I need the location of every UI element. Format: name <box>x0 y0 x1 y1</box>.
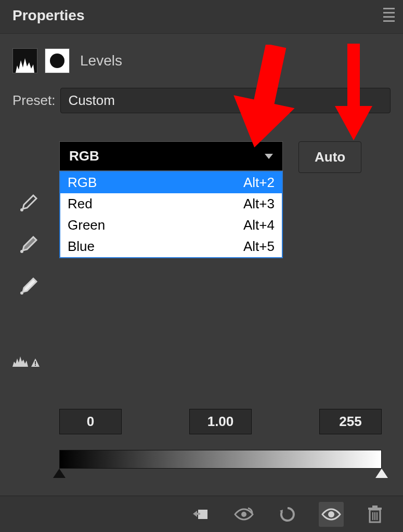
svg-rect-9 <box>368 508 382 510</box>
output-black-slider[interactable] <box>53 469 66 478</box>
clip-to-layer-icon[interactable] <box>188 502 213 527</box>
auto-button-label: Auto <box>315 149 345 165</box>
channel-option-rgb[interactable]: RGB Alt+2 <box>60 172 282 193</box>
input-white-field[interactable]: 255 <box>319 409 382 434</box>
channel-option-label: Blue <box>68 238 95 255</box>
channel-option-list: RGB Alt+2 Red Alt+3 Green Alt+4 Blue Alt… <box>59 171 283 258</box>
input-levels-row: 0 1.00 255 <box>59 409 382 434</box>
histogram-warning-icon[interactable] <box>11 349 43 372</box>
input-slider-track[interactable] <box>59 300 382 311</box>
channel-dropdown[interactable]: RGB RGB Alt+2 Red Alt+3 Green Alt+4 <box>59 141 283 258</box>
svg-point-0 <box>20 208 23 211</box>
black-point-slider[interactable] <box>53 300 66 309</box>
svg-point-7 <box>328 511 334 517</box>
channel-option-shortcut: Alt+4 <box>243 217 275 233</box>
panel-footer <box>0 496 403 532</box>
output-slider-track[interactable] <box>59 469 382 480</box>
channel-selected-label: RGB <box>69 148 99 164</box>
svg-rect-3 <box>35 361 36 364</box>
channel-option-label: Red <box>68 196 93 212</box>
visibility-icon[interactable] <box>319 502 344 527</box>
channel-option-blue[interactable]: Blue Alt+5 <box>60 236 282 257</box>
panel-title: Properties <box>12 7 391 24</box>
preset-label: Preset: <box>12 92 55 109</box>
adjustment-label: Levels <box>80 52 122 69</box>
svg-point-6 <box>241 512 246 517</box>
channel-auto-row: RGB RGB Alt+2 Red Alt+3 Green Alt+4 <box>59 141 391 258</box>
black-point-eyedropper[interactable] <box>16 190 42 216</box>
white-point-eyedropper[interactable] <box>16 273 42 299</box>
panel-menu-icon[interactable] <box>383 7 398 22</box>
eyedropper-tools <box>16 190 42 299</box>
gray-point-eyedropper[interactable] <box>16 232 42 258</box>
svg-rect-10 <box>372 506 378 508</box>
midtone-slider[interactable] <box>214 300 227 309</box>
view-previous-icon[interactable] <box>231 502 256 527</box>
input-gamma-field[interactable]: 1.00 <box>189 409 252 434</box>
input-black-field[interactable]: 0 <box>59 409 122 434</box>
white-point-slider[interactable] <box>375 300 388 309</box>
output-gradient <box>59 450 382 469</box>
channel-option-shortcut: Alt+2 <box>243 175 275 191</box>
chevron-down-icon <box>265 154 273 159</box>
auto-button[interactable]: Auto <box>298 141 361 173</box>
output-white-slider[interactable] <box>375 469 388 478</box>
channel-option-shortcut: Alt+5 <box>243 238 275 255</box>
annotation-arrow-auto <box>333 44 374 142</box>
layer-mask-icon[interactable] <box>45 48 70 73</box>
channel-option-label: Green <box>68 217 105 233</box>
channel-option-red[interactable]: Red Alt+3 <box>60 193 282 215</box>
svg-point-2 <box>20 291 23 295</box>
channel-option-green[interactable]: Green Alt+4 <box>60 215 282 236</box>
channel-option-label: RGB <box>68 175 97 191</box>
panel-header: Properties <box>0 0 403 34</box>
annotation-arrow-dropdown <box>229 45 296 154</box>
preset-value: Custom <box>68 92 115 108</box>
svg-rect-4 <box>35 365 36 366</box>
properties-panel: Properties Levels Preset: Custom <box>0 0 403 532</box>
trash-icon[interactable] <box>362 502 387 527</box>
reset-icon[interactable] <box>275 502 300 527</box>
channel-option-shortcut: Alt+3 <box>243 196 275 212</box>
levels-icon[interactable] <box>12 48 37 73</box>
svg-point-1 <box>20 250 23 253</box>
levels-main-area: RGB RGB Alt+2 Red Alt+3 Green Alt+4 <box>0 141 403 523</box>
